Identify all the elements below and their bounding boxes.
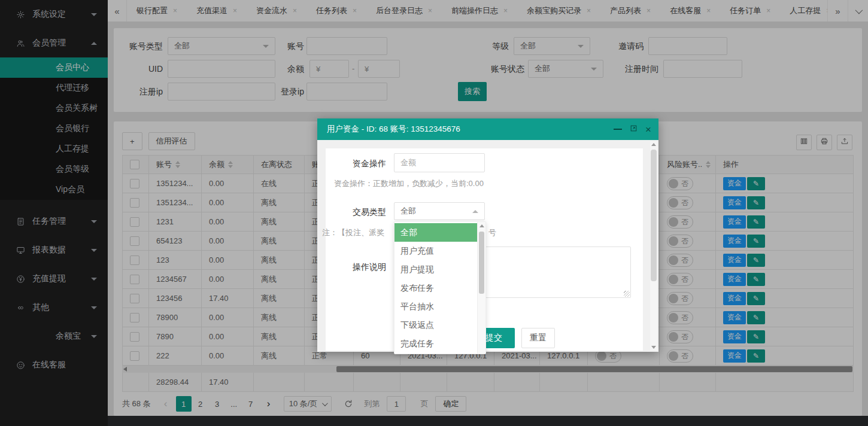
modal-titlebar: 用户资金 - ID: 68 账号: 13512345676 × bbox=[317, 118, 658, 140]
dropdown-option-0[interactable]: 全部 bbox=[394, 223, 477, 242]
dropdown-option-4[interactable]: 平台抽水 bbox=[394, 297, 477, 316]
transaction-type-dropdown: 全部用户充值用户提现发布任务平台抽水下级返点完成任务 bbox=[394, 221, 486, 354]
app-window: 系统设定会员管理会员中心代理迁移会员关系树会员银行人工存提会员等级Vip会员任务… bbox=[0, 0, 868, 426]
minimize-icon[interactable] bbox=[614, 129, 622, 130]
modal-title: 用户资金 - ID: 68 账号: 13512345676 bbox=[327, 124, 614, 135]
dropdown-option-2[interactable]: 用户提现 bbox=[394, 260, 477, 279]
dropdown-scrollbar[interactable] bbox=[477, 222, 485, 354]
scrollbar-thumb[interactable] bbox=[651, 150, 657, 281]
close-icon[interactable]: × bbox=[645, 124, 651, 135]
operation-desc-label: 操作说明 bbox=[317, 262, 386, 273]
amount-placeholder: 金额 bbox=[400, 157, 416, 168]
scroll-up-icon[interactable] bbox=[479, 224, 484, 227]
scroll-up-icon[interactable] bbox=[651, 143, 656, 146]
reset-button[interactable]: 重置 bbox=[521, 328, 555, 348]
transaction-type-label: 交易类型 bbox=[317, 207, 386, 218]
dropdown-option-1[interactable]: 用户充值 bbox=[394, 242, 477, 260]
dropdown-option-5[interactable]: 下级返点 bbox=[394, 316, 477, 334]
chevron-up-icon bbox=[472, 210, 478, 213]
transaction-type-value: 全部 bbox=[400, 206, 416, 217]
note-text: 注：【投注、派奖 bbox=[322, 227, 384, 238]
dropdown-option-3[interactable]: 发布任务 bbox=[394, 279, 477, 297]
transaction-type-select[interactable]: 全部 bbox=[394, 202, 485, 220]
scroll-down-icon[interactable] bbox=[651, 346, 656, 349]
note-text-tail: 号 bbox=[488, 227, 496, 238]
dropdown-option-6[interactable]: 完成任务 bbox=[394, 334, 477, 353]
fund-operation-label: 资金操作 bbox=[317, 159, 386, 169]
maximize-icon[interactable] bbox=[630, 124, 638, 135]
user-funds-modal: 用户资金 - ID: 68 账号: 13512345676 × 资金操作 金额 … bbox=[317, 118, 658, 352]
fund-amount-input[interactable]: 金额 bbox=[394, 153, 485, 172]
modal-scrollbar[interactable] bbox=[650, 141, 657, 351]
window-controls: × bbox=[614, 124, 651, 135]
modal-body bbox=[317, 140, 658, 352]
resize-handle-icon[interactable] bbox=[624, 291, 630, 297]
dropdown-options: 全部用户充值用户提现发布任务平台抽水下级返点完成任务 bbox=[394, 223, 477, 353]
fund-operation-tip: 资金操作：正数增加，负数减少，当前:0.00 bbox=[334, 178, 484, 189]
scrollbar-thumb[interactable] bbox=[479, 232, 484, 294]
